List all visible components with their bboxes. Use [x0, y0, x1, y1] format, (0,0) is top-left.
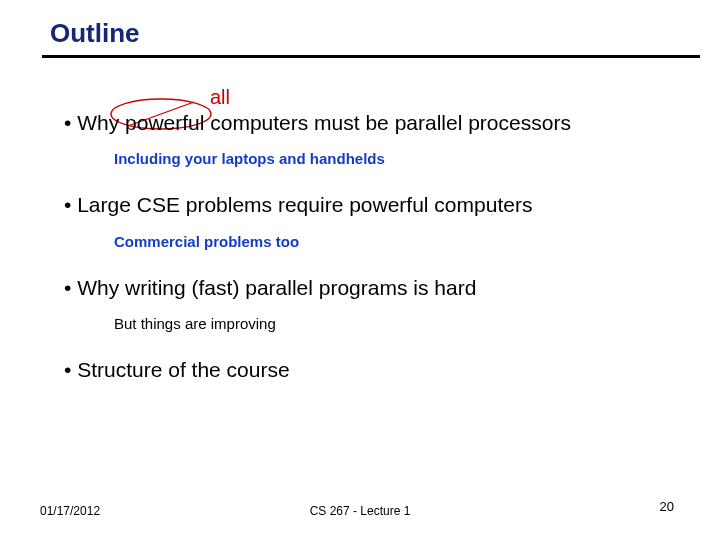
bullet-1-sub: Including your laptops and handhelds — [114, 150, 680, 168]
footer-course: CS 267 - Lecture 1 — [310, 504, 411, 518]
bullet-4: Structure of the course — [64, 357, 680, 383]
bullet-2-sub: Commercial problems too — [114, 233, 680, 251]
footer-date: 01/17/2012 — [40, 504, 100, 518]
bullet-3: Why writing (fast) parallel programs is … — [64, 275, 680, 301]
bullet-2: Large CSE problems require powerful comp… — [64, 192, 680, 218]
slide-title-bar: Outline — [42, 18, 700, 58]
slide-title: Outline — [42, 18, 700, 58]
slide-body: Why powerful computers must be parallel … — [64, 110, 680, 389]
footer-page: 20 — [660, 499, 674, 514]
bullet-3-sub: But things are improving — [114, 315, 680, 333]
bullet-1: Why powerful computers must be parallel … — [64, 110, 680, 136]
